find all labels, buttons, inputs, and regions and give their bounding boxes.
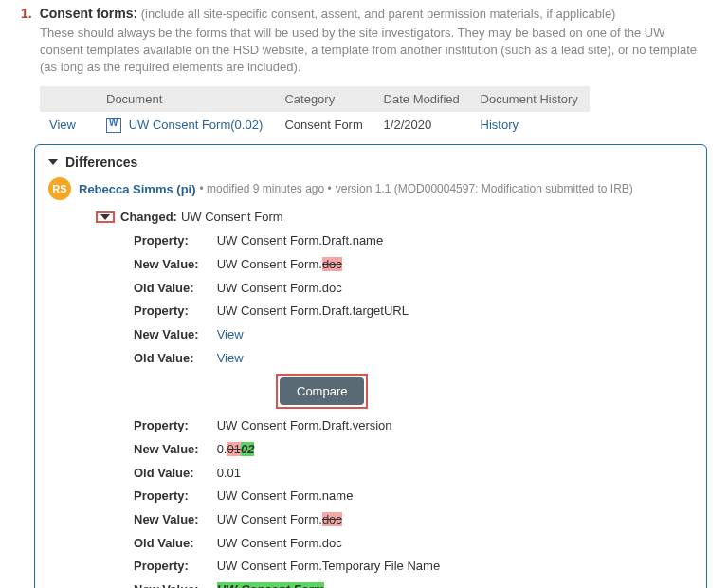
- differences-panel: Differences RS Rebecca Simms (pi) • modi…: [34, 144, 707, 588]
- entry-label: New Value:: [134, 508, 213, 532]
- author-name[interactable]: Rebecca Simms (pi): [79, 182, 196, 196]
- section-title: Consent forms:: [40, 6, 137, 21]
- entry-link[interactable]: View: [217, 327, 244, 341]
- entry-value: UW Consent Form.doc: [217, 512, 342, 526]
- word-icon: [106, 118, 121, 133]
- changed-label: Changed:: [120, 210, 177, 224]
- changed-item: UW Consent Form: [181, 210, 283, 224]
- avatar: RS: [48, 177, 71, 200]
- entry-label: New Value:: [134, 438, 213, 462]
- collapse-icon[interactable]: [48, 159, 58, 165]
- diff-entry: Property: UW Consent Form.name: [134, 485, 693, 508]
- diff-details: Property: UW Consent Form.Draft.nameNew …: [134, 230, 693, 588]
- diff-entry: Old Value: View: [134, 347, 693, 371]
- diff-entry: Old Value: 0.01: [134, 462, 693, 486]
- document-name-link[interactable]: UW Consent Form(0.02): [129, 118, 264, 132]
- entry-value: UW Consent Form.Draft.targetURL: [217, 303, 409, 318]
- entry-value: UW Consent Form.Draft.name: [217, 233, 384, 248]
- entry-value: UW Consent Form: [217, 582, 324, 588]
- changed-row: Changed: UW Consent Form: [96, 210, 693, 224]
- entry-label: Property:: [134, 300, 213, 323]
- entry-value: UW Consent Form.doc: [217, 281, 342, 295]
- entry-label: New Value:: [134, 253, 213, 277]
- col-date: Date Modified: [374, 86, 471, 112]
- view-link[interactable]: View: [49, 118, 76, 132]
- entry-label: Old Value:: [134, 347, 213, 371]
- history-link[interactable]: History: [481, 118, 519, 132]
- entry-value: 0.01: [217, 466, 241, 480]
- chevron-down-icon[interactable]: [100, 214, 110, 220]
- diff-entry: Property: UW Consent Form.Draft.version: [134, 414, 693, 438]
- table-row: View UW Consent Form(0.02) Consent Form …: [40, 112, 590, 139]
- compare-highlight: Compare: [276, 374, 368, 409]
- entry-value: 0.0102: [217, 442, 255, 456]
- cell-date: 1/2/2020: [374, 112, 471, 139]
- diff-entry: New Value: UW Consent Form: [134, 579, 693, 588]
- section-description: These should always be the forms that wi…: [40, 25, 707, 77]
- entry-value: UW Consent Form.Draft.version: [217, 418, 392, 432]
- col-history: Document History: [471, 86, 590, 112]
- entry-label: New Value:: [134, 323, 213, 347]
- differences-title: Differences: [65, 155, 137, 170]
- cell-category: Consent Form: [275, 112, 373, 139]
- author-row: RS Rebecca Simms (pi) • modified 9 minut…: [48, 177, 693, 200]
- section-number: 1.: [21, 6, 36, 21]
- meta-version: version 1.1 (MOD00004597: Modification s…: [336, 182, 633, 195]
- entry-label: Property:: [134, 485, 213, 508]
- expand-highlight: [96, 211, 115, 223]
- documents-table: Document Category Date Modified Document…: [40, 86, 590, 139]
- entry-value: UW Consent Form.Temporary File Name: [217, 559, 441, 573]
- entry-label: Old Value:: [134, 462, 213, 486]
- diff-entry: Property: UW Consent Form.Draft.targetUR…: [134, 300, 693, 323]
- diff-entry: New Value: View: [134, 323, 693, 347]
- section-subtitle: (include all site-specific consent, asse…: [141, 7, 616, 21]
- entry-label: Old Value:: [134, 532, 213, 556]
- col-document: Document: [97, 86, 275, 112]
- entry-link[interactable]: View: [217, 351, 244, 365]
- col-category: Category: [275, 86, 373, 112]
- diff-entry: Property: UW Consent Form.Draft.name: [134, 230, 693, 253]
- entry-label: Old Value:: [134, 277, 213, 301]
- diff-entry: Old Value: UW Consent Form.doc: [134, 277, 693, 301]
- compare-button[interactable]: Compare: [280, 377, 364, 405]
- diff-entry: Property: UW Consent Form.Temporary File…: [134, 555, 693, 579]
- section-header: 1. Consent forms: (include all site-spec…: [21, 6, 707, 21]
- diff-entry: Old Value: UW Consent Form.doc: [134, 532, 693, 556]
- diff-entry: New Value: 0.0102: [134, 438, 693, 462]
- entry-label: Property:: [134, 555, 213, 579]
- entry-value: UW Consent Form.doc: [217, 257, 342, 271]
- entry-label: Property:: [134, 414, 213, 438]
- meta-modified: • modified 9 minutes ago •: [200, 182, 332, 195]
- diff-entry: New Value: UW Consent Form.doc: [134, 253, 693, 277]
- entry-label: Property:: [134, 230, 213, 253]
- entry-value: UW Consent Form.name: [217, 488, 354, 503]
- diff-entry: New Value: UW Consent Form.doc: [134, 508, 693, 532]
- entry-label: New Value:: [134, 579, 213, 588]
- entry-value: UW Consent Form.doc: [217, 536, 342, 550]
